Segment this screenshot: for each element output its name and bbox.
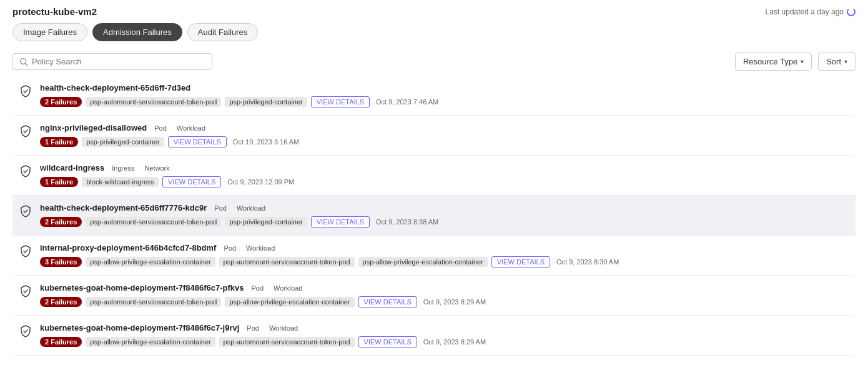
resource-type-filter[interactable]: Resource Type ▾ bbox=[735, 52, 812, 71]
tab-image-failures[interactable]: Image Failures bbox=[12, 23, 87, 41]
chevron-down-icon: ▾ bbox=[844, 58, 847, 65]
failures-badge: 1 Failure bbox=[40, 177, 78, 187]
shield-icon bbox=[19, 204, 32, 220]
list-item: internal-proxy-deployment-646b4cfcd7-8bd… bbox=[12, 236, 856, 276]
item-type1: Pod bbox=[249, 284, 267, 292]
search-container bbox=[12, 53, 212, 70]
tabs-container: Image FailuresAdmission FailuresAudit Fa… bbox=[0, 17, 868, 48]
item-content: health-check-deployment-65d6ff7776-kdc9r… bbox=[40, 203, 849, 228]
item-content: nginx-privileged-disallowed Pod Workload… bbox=[40, 123, 849, 148]
item-name: kubernetes-goat-home-deployment-7f8486f6… bbox=[40, 283, 244, 292]
item-type2: Workload bbox=[244, 244, 277, 252]
failures-badge: 2 Failures bbox=[40, 217, 82, 227]
item-header: nginx-privileged-disallowed Pod Workload bbox=[40, 123, 849, 132]
item-tags: 1 Failure psp-privileged-container VIEW … bbox=[40, 136, 849, 148]
list-item: wildcard-ingress Ingress Network 1 Failu… bbox=[12, 156, 856, 196]
sort-button[interactable]: Sort ▾ bbox=[818, 52, 856, 71]
item-date: Oct 9, 2023 8:38 AM bbox=[376, 218, 438, 226]
item-type1: Ingress bbox=[109, 164, 137, 172]
search-icon bbox=[19, 58, 28, 66]
item-name: kubernetes-goat-home-deployment-7f8486f6… bbox=[40, 323, 239, 332]
item-header: kubernetes-goat-home-deployment-7f8486f6… bbox=[40, 323, 849, 332]
header: protectu-kube-vm2 Last updated a day ago bbox=[0, 0, 868, 17]
item-type2: Workload bbox=[267, 324, 300, 332]
tag-badge: psp-automount-serviceaccount-token-pod bbox=[86, 97, 221, 107]
view-details-button[interactable]: VIEW DETAILS bbox=[358, 296, 417, 308]
list-item: nginx-privileged-disallowed Pod Workload… bbox=[12, 116, 856, 156]
item-name: internal-proxy-deployment-646b4cfcd7-8bd… bbox=[40, 243, 216, 252]
item-date: Oct 9, 2023 8:30 AM bbox=[556, 258, 619, 266]
tag-badge: psp-automount-serviceaccount-token-pod bbox=[86, 217, 221, 227]
view-details-button[interactable]: VIEW DETAILS bbox=[311, 96, 370, 108]
view-details-button[interactable]: VIEW DETAILS bbox=[162, 176, 221, 188]
sort-label: Sort bbox=[826, 57, 841, 66]
last-updated-container: Last updated a day ago bbox=[766, 8, 856, 16]
item-type1: Pod bbox=[212, 204, 229, 212]
app-title: protectu-kube-vm2 bbox=[12, 6, 97, 17]
item-date: Oct 10, 2023 3:16 AM bbox=[233, 138, 299, 146]
item-tags: 2 Failures psp-automount-serviceaccount-… bbox=[40, 216, 849, 228]
tag-badge: psp-privileged-container bbox=[82, 137, 164, 147]
view-details-button[interactable]: VIEW DETAILS bbox=[168, 136, 227, 148]
view-details-button[interactable]: VIEW DETAILS bbox=[358, 336, 417, 348]
item-tags: 1 Failure block-wildcard-ingress VIEW DE… bbox=[40, 176, 849, 188]
tab-audit-failures[interactable]: Audit Failures bbox=[187, 23, 258, 41]
last-updated-text: Last updated a day ago bbox=[766, 8, 844, 16]
failures-badge: 3 Failures bbox=[40, 257, 82, 267]
chevron-down-icon: ▾ bbox=[801, 58, 804, 65]
shield-icon bbox=[19, 284, 32, 300]
view-details-button[interactable]: VIEW DETAILS bbox=[311, 216, 370, 228]
item-header: health-check-deployment-65d6ff7776-kdc9r… bbox=[40, 203, 849, 212]
item-tags: 2 Failures psp-automount-serviceaccount-… bbox=[40, 296, 849, 308]
tag-badge: psp-privileged-container bbox=[225, 217, 307, 227]
toolbar: Resource Type ▾ Sort ▾ bbox=[0, 48, 868, 76]
failures-badge: 2 Failures bbox=[40, 297, 82, 307]
item-tags: 3 Failures psp-allow-privilege-escalatio… bbox=[40, 256, 849, 268]
item-date: Oct 9, 2023 8:29 AM bbox=[423, 338, 486, 346]
tab-admission-failures[interactable]: Admission Failures bbox=[92, 23, 182, 41]
shield-icon bbox=[19, 164, 32, 180]
item-type2: Workload bbox=[234, 204, 268, 212]
item-content: wildcard-ingress Ingress Network 1 Failu… bbox=[40, 163, 849, 188]
item-name: health-check-deployment-65d6ff-7d3ed bbox=[40, 83, 190, 92]
item-content: kubernetes-goat-home-deployment-7f8486f6… bbox=[40, 323, 849, 348]
failures-badge: 2 Failures bbox=[40, 97, 82, 107]
failures-badge: 2 Failures bbox=[40, 337, 82, 347]
tag-badge: psp-allow-privilege-escalation-container bbox=[86, 257, 215, 267]
tag-badge: psp-automount-serviceaccount-token-pod bbox=[219, 257, 355, 267]
item-content: kubernetes-goat-home-deployment-7f8486f6… bbox=[40, 283, 849, 308]
list-item: kubernetes-goat-home-deployment-7f8486f6… bbox=[12, 316, 856, 356]
item-tags: 2 Failures psp-automount-serviceaccount-… bbox=[40, 96, 849, 108]
item-type2: Network bbox=[142, 164, 172, 172]
item-name: nginx-privileged-disallowed bbox=[40, 123, 147, 132]
tag-badge: psp-allow-privilege-escalation-container bbox=[358, 257, 488, 267]
item-date: Oct 9, 2023 8:29 AM bbox=[423, 298, 486, 306]
list-item: health-check-deployment-65d6ff-7d3ed 2 F… bbox=[12, 76, 856, 116]
item-type1: Pod bbox=[152, 124, 169, 132]
item-header: kubernetes-goat-home-deployment-7f8486f6… bbox=[40, 283, 849, 292]
item-date: Oct 9, 2023 12:09 PM bbox=[227, 178, 294, 186]
shield-icon bbox=[19, 244, 32, 260]
tag-badge: block-wildcard-ingress bbox=[82, 177, 159, 187]
shield-icon bbox=[19, 124, 32, 140]
item-type2: Workload bbox=[271, 284, 305, 292]
failures-badge: 1 Failure bbox=[40, 137, 78, 147]
tag-badge: psp-allow-privilege-escalation-container bbox=[225, 297, 354, 307]
item-name: wildcard-ingress bbox=[40, 163, 104, 172]
svg-line-1 bbox=[26, 63, 28, 66]
list-container: health-check-deployment-65d6ff-7d3ed 2 F… bbox=[0, 76, 868, 356]
list-item: health-check-deployment-65d6ff7776-kdc9r… bbox=[12, 196, 856, 236]
search-input[interactable] bbox=[32, 57, 205, 66]
item-type1: Pod bbox=[244, 324, 262, 332]
tag-badge: psp-allow-privilege-escalation-container bbox=[86, 337, 215, 347]
shield-icon bbox=[19, 324, 32, 340]
refresh-icon[interactable] bbox=[847, 8, 856, 16]
tag-badge: psp-automount-serviceaccount-token-pod bbox=[219, 337, 355, 347]
item-header: health-check-deployment-65d6ff-7d3ed bbox=[40, 83, 849, 92]
resource-type-label: Resource Type bbox=[743, 57, 797, 66]
item-name: health-check-deployment-65d6ff7776-kdc9r bbox=[40, 203, 207, 212]
item-date: Oct 9, 2023 7:46 AM bbox=[376, 98, 438, 106]
tag-badge: psp-automount-serviceaccount-token-pod bbox=[86, 297, 221, 307]
view-details-button[interactable]: VIEW DETAILS bbox=[491, 256, 550, 268]
item-content: internal-proxy-deployment-646b4cfcd7-8bd… bbox=[40, 243, 849, 268]
